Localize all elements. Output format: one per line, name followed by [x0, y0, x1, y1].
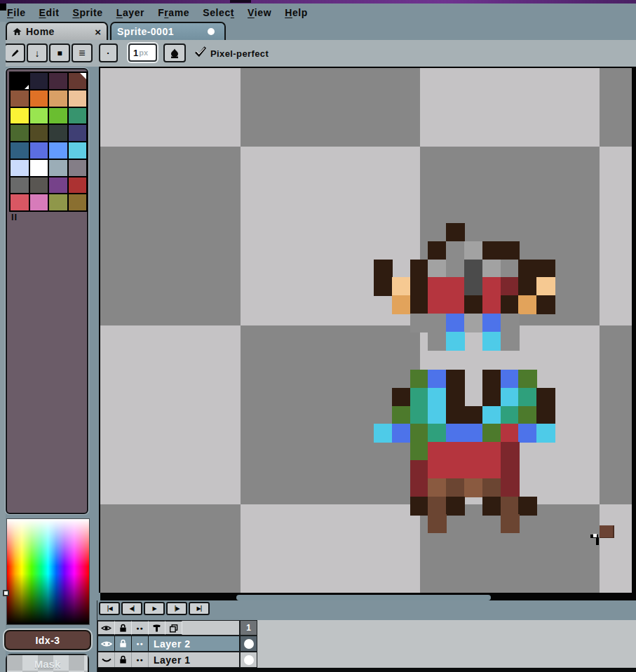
- sprite-body-pixel: [501, 497, 520, 516]
- sprite-helmet-pixel: [392, 295, 411, 314]
- horizontal-scrollbar-thumb[interactable]: [236, 595, 491, 600]
- tab-sprite-label: Sprite-0001: [117, 26, 174, 37]
- palette-swatch-23[interactable]: [69, 160, 87, 176]
- palette-swatch-20[interactable]: [11, 160, 29, 176]
- timeline-panel: |◀◀|▶|▶▶| ●● 1 ●●: [97, 600, 636, 672]
- onion-skin-icon[interactable]: ●●: [132, 621, 149, 635]
- palette-swatch-14[interactable]: [49, 125, 67, 141]
- palette-swatch-12[interactable]: [11, 125, 29, 141]
- menu-view[interactable]: View: [248, 7, 271, 18]
- sprite-body-pixel: [536, 424, 555, 443]
- frame-number-header[interactable]: 1: [240, 620, 257, 636]
- sprite-helmet-pixel: [518, 295, 537, 314]
- continuous-icon[interactable]: [149, 621, 165, 635]
- layer1-cel[interactable]: [240, 652, 257, 668]
- palette-swatch-6[interactable]: [49, 90, 67, 107]
- pixel-perfect-checkbox[interactable]: [194, 46, 207, 57]
- sprite-helmet-pixel: [410, 260, 429, 278]
- palette-swatch-10[interactable]: [49, 108, 67, 124]
- layer2-cel[interactable]: [240, 636, 257, 652]
- pencil-tool-button[interactable]: [4, 43, 25, 62]
- eye-icon[interactable]: [98, 621, 115, 635]
- dynamics-dropdown-button[interactable]: ↓: [27, 43, 48, 62]
- spectrum-marker-icon[interactable]: [3, 590, 9, 596]
- brush-options-button[interactable]: ≡: [72, 43, 93, 62]
- layer2-name[interactable]: Layer 2: [149, 636, 239, 651]
- layer1-lock-icon[interactable]: [115, 652, 132, 667]
- palette-swatch-15[interactable]: [69, 125, 87, 141]
- palette-swatch-8[interactable]: [11, 108, 29, 124]
- tab-home[interactable]: Home ×: [6, 22, 108, 40]
- sprite-body-pixel: [392, 388, 411, 407]
- palette-resize-handle[interactable]: II: [11, 212, 18, 222]
- menu-frame[interactable]: Frame: [158, 7, 189, 18]
- palette-swatch-11[interactable]: [69, 108, 87, 124]
- layer2-onion-icon[interactable]: ●●: [132, 636, 149, 651]
- sprite-body-pixel: [410, 388, 429, 407]
- palette-swatch-26[interactable]: [49, 177, 67, 194]
- palette-swatch-24[interactable]: [11, 177, 29, 194]
- palette-swatch-22[interactable]: [49, 160, 67, 176]
- palette-swatch-28[interactable]: [11, 194, 29, 210]
- playback-next-frame[interactable]: |▶: [166, 602, 187, 615]
- palette-swatch-30[interactable]: [49, 194, 67, 210]
- brush-shape-square-button[interactable]: ■: [49, 43, 70, 62]
- brush-size-input[interactable]: 1 px: [128, 43, 157, 62]
- palette-swatch-16[interactable]: [11, 142, 29, 159]
- menu-edit[interactable]: Edit: [39, 7, 60, 18]
- mask-color-button[interactable]: Mask: [6, 654, 89, 672]
- sprite-body-pixel: [410, 424, 429, 443]
- playback-play[interactable]: ▶: [144, 602, 165, 615]
- palette-swatch-19[interactable]: [69, 142, 87, 159]
- palette-swatch-21[interactable]: [30, 160, 48, 176]
- palette-swatch-25[interactable]: [30, 177, 48, 194]
- playback-first-frame[interactable]: |◀: [99, 602, 120, 615]
- sprite-helmet-pixel: [501, 241, 520, 260]
- sprite-helmet-pixel: [501, 295, 520, 314]
- tab-close-icon[interactable]: ×: [95, 26, 101, 38]
- palette-swatch-5[interactable]: [30, 90, 48, 107]
- brush-preview-button[interactable]: ·: [99, 43, 118, 62]
- palette-swatch-13[interactable]: [30, 125, 48, 141]
- ink-type-button[interactable]: [163, 43, 186, 62]
- pixel-perfect-label[interactable]: Pixel-perfect: [210, 48, 269, 59]
- arrow-down-icon: ↓: [35, 48, 40, 59]
- sprite-body-pixel: [446, 370, 465, 389]
- layer1-onion-icon[interactable]: ●●: [132, 652, 149, 667]
- layer1-closed-eye-icon[interactable]: [98, 652, 115, 667]
- vertical-scrollbar[interactable]: [632, 67, 636, 603]
- sprite-helmet-pixel: [392, 277, 411, 296]
- palette-swatch-2[interactable]: [49, 73, 67, 89]
- sprite-body-pixel: [428, 424, 447, 443]
- palette-swatch-17[interactable]: [30, 142, 48, 159]
- playback-prev-frame[interactable]: ◀|: [121, 602, 142, 615]
- palette-swatch-29[interactable]: [30, 194, 48, 210]
- palette-swatch-3[interactable]: [69, 73, 87, 89]
- palette-swatch-9[interactable]: [30, 108, 48, 124]
- ink-bottle-icon: [169, 48, 180, 59]
- menu-help[interactable]: Help: [285, 7, 308, 18]
- palette-swatch-0[interactable]: [11, 73, 29, 89]
- color-spectrum-picker[interactable]: [6, 518, 90, 625]
- sprite-body-pixel: [482, 478, 501, 497]
- palette-swatch-18[interactable]: [49, 142, 67, 159]
- menu-file[interactable]: File: [7, 7, 26, 18]
- color-index-button[interactable]: Idx-3: [4, 630, 91, 650]
- palette-swatch-1[interactable]: [30, 73, 48, 89]
- tab-sprite-0001[interactable]: Sprite-0001: [110, 22, 226, 40]
- palette-swatch-27[interactable]: [69, 177, 87, 194]
- palette-swatch-4[interactable]: [11, 90, 29, 107]
- lock-icon[interactable]: [115, 621, 132, 635]
- canvas-viewport[interactable]: [100, 68, 632, 593]
- sprite-body-pixel: [482, 388, 501, 407]
- menu-sprite[interactable]: Sprite: [72, 7, 102, 18]
- menu-layer[interactable]: Layer: [116, 7, 144, 18]
- layers-stack-icon[interactable]: [165, 621, 182, 635]
- layer1-name[interactable]: Layer 1: [149, 652, 239, 667]
- layer2-lock-icon[interactable]: [115, 636, 132, 651]
- playback-last-frame[interactable]: ▶|: [189, 602, 210, 615]
- palette-swatch-31[interactable]: [69, 194, 87, 210]
- menu-select[interactable]: Select: [203, 7, 234, 18]
- palette-swatch-7[interactable]: [69, 90, 87, 107]
- layer2-eye-icon[interactable]: [98, 636, 115, 651]
